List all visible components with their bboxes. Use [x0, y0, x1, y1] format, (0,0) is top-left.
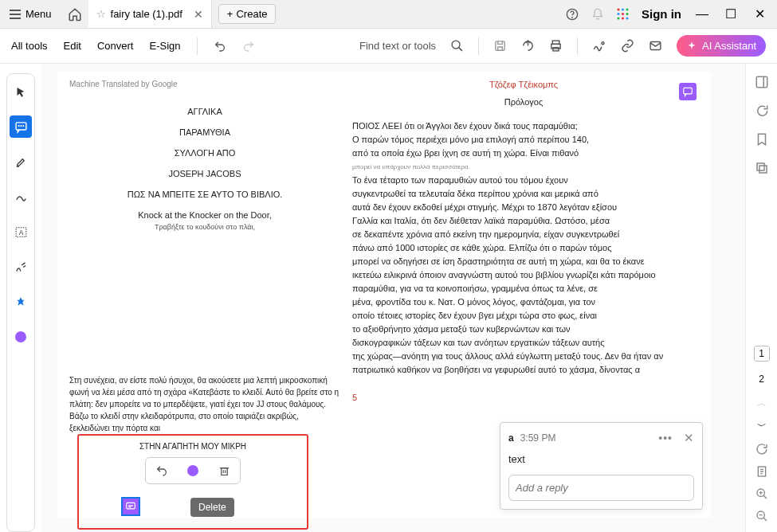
- doc-text: Knock at the Knocker on the Door,: [69, 210, 340, 220]
- main-toolbar: All tools Edit Convert E-Sign Find text …: [0, 29, 777, 64]
- title-bar: Menu ☆ fairy tale (1).pdf ✕ + Create Sig…: [0, 0, 777, 29]
- redo-icon[interactable]: [242, 40, 255, 53]
- separator: [197, 37, 198, 55]
- maximize-icon[interactable]: ☐: [723, 6, 739, 22]
- doc-text: της χώρας—ανόητη για τους άλλους αλλά εύ…: [352, 350, 695, 363]
- pin-tool[interactable]: [10, 291, 32, 313]
- chevron-up-icon[interactable]: ︿: [757, 397, 767, 410]
- page-1[interactable]: 1: [754, 346, 770, 362]
- svg-point-9: [622, 17, 624, 19]
- doc-right-column: Τζόζεφ Τζέικομπς Πρόλογος ΠΟΙΟΣ ΛΕΕΙ ότι…: [352, 80, 695, 402]
- svg-point-4: [626, 8, 628, 10]
- comment-time: 3:59 PM: [520, 432, 556, 444]
- trash-icon[interactable]: [218, 465, 230, 477]
- main-area: A Machine Translated by Google ΑΓΓΛΙΚΑ Π…: [0, 64, 777, 532]
- print-icon[interactable]: [549, 39, 563, 53]
- doc-text: μπορεί να υπάρχουν πολλά περισσότερα.: [352, 160, 695, 174]
- zoom-in-icon[interactable]: [755, 487, 768, 500]
- doc-text: ΠΟΙΟΣ ΛΕΕΙ ότι οι Άγγλοι δεν έχουν δικά …: [352, 119, 695, 133]
- help-icon[interactable]: [566, 8, 579, 21]
- highlight-selection[interactable]: ΣΤΗΝ ΑΓΑΠΗΤΗ ΜΟΥ ΜΙΚΡΗ Delete: [77, 434, 308, 530]
- select-tool[interactable]: [10, 80, 32, 103]
- svg-rect-25: [759, 166, 767, 173]
- reply-icon[interactable]: [155, 464, 168, 477]
- zoom-out-icon[interactable]: [755, 510, 768, 522]
- signature-icon[interactable]: [592, 39, 606, 53]
- home-icon[interactable]: [68, 7, 82, 22]
- upload-icon[interactable]: [521, 39, 535, 53]
- text-tool[interactable]: A: [10, 221, 32, 243]
- comment-popup: a 3:59 PM ••• ✕ text: [500, 422, 703, 510]
- convert-button[interactable]: Convert: [97, 40, 134, 52]
- separator: [478, 37, 479, 55]
- document-tab[interactable]: ☆ fairy tale (1).pdf ✕: [88, 0, 212, 28]
- doc-text: πατριωτικό καθήκον να βοηθήσει να γεφυρω…: [352, 363, 695, 377]
- comment-tool[interactable]: [10, 115, 32, 138]
- doc-text: Το ένα τέταρτο των παραμυθιών αυτού του …: [352, 174, 695, 187]
- color-tool[interactable]: [10, 326, 32, 348]
- apps-icon[interactable]: [617, 8, 629, 20]
- sparkle-icon: [686, 41, 697, 52]
- email-icon[interactable]: [649, 39, 662, 53]
- menu-button[interactable]: Menu: [0, 0, 61, 28]
- copy-icon[interactable]: [755, 161, 769, 175]
- sign-in-button[interactable]: Sign in: [642, 7, 681, 21]
- link-icon[interactable]: [621, 39, 634, 53]
- more-icon[interactable]: •••: [658, 432, 673, 444]
- all-tools-button[interactable]: All tools: [11, 40, 48, 52]
- document-page: Machine Translated by Google ΑΓΓΛΙΚΑ ΠΑΡ…: [57, 72, 711, 518]
- edit-button[interactable]: Edit: [64, 40, 81, 52]
- star-icon[interactable]: ☆: [96, 8, 106, 20]
- comments-panel-icon[interactable]: [755, 104, 769, 118]
- comment-body: text: [508, 453, 694, 465]
- svg-point-7: [626, 13, 628, 15]
- ai-assistant-button[interactable]: AI Assistant: [677, 35, 766, 57]
- minimize-icon[interactable]: —: [694, 7, 710, 22]
- document-scroll[interactable]: Machine Translated by Google ΑΓΓΛΙΚΑ ΠΑΡ…: [41, 64, 745, 532]
- doc-text: συγκεντρωθεί τα τελευταία δέκα περίπου χ…: [352, 187, 695, 201]
- draw-tool[interactable]: [10, 186, 32, 208]
- doc-text: Γαλλία και Ιταλία, ότι δεν διέθεταν λαϊκ…: [352, 214, 695, 228]
- doc-text: ΠΩΣ ΝΑ ΜΠΕΙΤΕ ΣΕ ΑΥΤΟ ΤΟ ΒΙΒΛΙΟ.: [69, 190, 340, 199]
- doc-text: σε δεκαπέντε χρόνια από εκείνη την ημερο…: [352, 228, 695, 241]
- reply-input[interactable]: [508, 475, 694, 501]
- svg-point-10: [626, 17, 628, 19]
- tool-rail: A: [0, 64, 41, 532]
- svg-point-5: [617, 13, 619, 15]
- right-rail: 1 2 ︿ ﹀: [745, 64, 777, 532]
- panel-icon[interactable]: [755, 75, 769, 89]
- bookmarks-icon[interactable]: [755, 132, 769, 147]
- doc-left-column: ΑΓΓΛΙΚΑ ΠΑΡΑΜΥΘΙΑ ΣΥΛΛΟΓΗ ΑΠΟ JOSEPH JAC…: [69, 96, 340, 242]
- highlight-tool[interactable]: [10, 151, 32, 173]
- doc-text: ικετεύω ειλικρινά όποιον αναγνώστη αυτού…: [352, 268, 695, 282]
- highlight-toolbar: [145, 457, 241, 484]
- page-icon[interactable]: [755, 465, 768, 478]
- doc-text: δισκογραφικών τάξεων και των ανόητων εργ…: [352, 336, 695, 350]
- svg-point-8: [617, 17, 619, 19]
- search-label: Find text or tools: [359, 40, 436, 52]
- create-label: Create: [236, 8, 267, 20]
- sign-tool[interactable]: [10, 256, 32, 278]
- highlight-text: ΣΤΗΝ ΑΓΑΠΗΤΗ ΜΟΥ ΜΙΚΡΗ: [79, 442, 307, 451]
- rotate-icon[interactable]: [755, 443, 768, 456]
- doc-text: ΣΥΛΛΟΓΗ ΑΠΟ: [69, 148, 340, 158]
- close-tab-icon[interactable]: ✕: [194, 8, 203, 21]
- bell-icon[interactable]: [591, 8, 604, 21]
- color-dot-icon[interactable]: [187, 465, 198, 476]
- create-button[interactable]: + Create: [218, 4, 277, 24]
- page-2[interactable]: 2: [754, 371, 770, 387]
- svg-point-16: [602, 41, 604, 44]
- doc-text: ΑΓΓΛΙΚΑ: [69, 107, 340, 116]
- esign-button[interactable]: E-Sign: [149, 40, 180, 52]
- close-popup-icon[interactable]: ✕: [684, 431, 694, 445]
- doc-heading: Πρόλογος: [352, 97, 695, 107]
- comment-sticky-icon[interactable]: [121, 497, 140, 516]
- delete-tooltip: Delete: [190, 498, 234, 517]
- doc-text: μπορεί να οδηγήσει σε ίση δραστηριότητα …: [352, 255, 695, 268]
- save-icon[interactable]: [493, 39, 507, 53]
- undo-icon[interactable]: [214, 40, 226, 53]
- menu-label: Menu: [26, 8, 52, 20]
- search-icon[interactable]: [450, 39, 464, 53]
- close-window-icon[interactable]: ✕: [751, 6, 767, 22]
- chevron-down-icon[interactable]: ﹀: [757, 420, 767, 433]
